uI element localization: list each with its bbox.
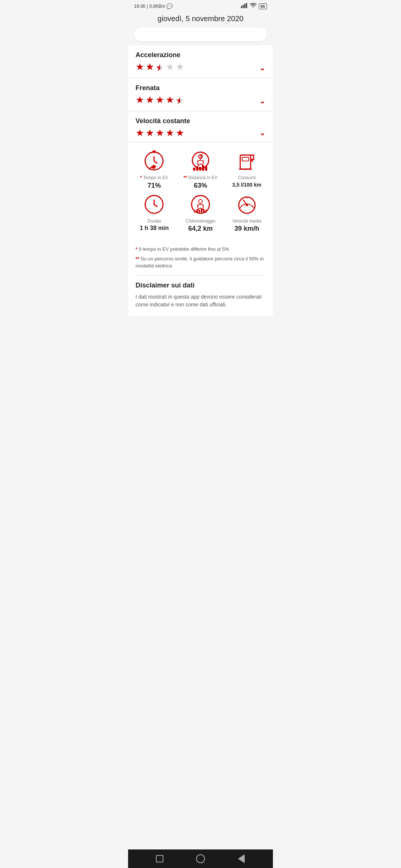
wifi-icon xyxy=(250,3,257,9)
signal-icon xyxy=(241,3,248,9)
star-5: ★ xyxy=(176,62,184,73)
time-display: 19:36 xyxy=(134,4,145,9)
svg-rect-25 xyxy=(205,210,207,213)
star-1: ★ xyxy=(136,95,144,106)
accelerazione-label: Accelerazione xyxy=(136,51,265,59)
status-right: 65 xyxy=(241,3,267,9)
star-4: ★ xyxy=(166,128,174,138)
accelerazione-chevron[interactable]: ⌄ xyxy=(259,63,265,72)
star-1: ★ xyxy=(136,62,144,73)
odometer-icon xyxy=(189,193,212,216)
star-2: ★ xyxy=(146,62,154,73)
whatsapp-icon: 💬 xyxy=(166,3,173,9)
star-4: ★ xyxy=(166,62,174,73)
velocita-costante-stars: ★ ★ ★ ★ ★ xyxy=(136,128,184,138)
velocita-media-value: 39 km/h xyxy=(234,225,259,233)
svg-rect-0 xyxy=(241,6,242,8)
chilometraggio-label: Chilometraggio xyxy=(186,218,216,224)
star-2: ★ xyxy=(146,95,154,106)
stat-durata: Durata 1 h 38 min xyxy=(132,193,177,233)
ev-time-icon xyxy=(143,150,165,172)
star-3: ★ xyxy=(156,128,164,138)
velocita-costante-section: Velocità costante ★ ★ ★ ★ ★ ⌄ xyxy=(128,111,273,142)
star-2: ★ xyxy=(146,128,154,138)
durata-value: 1 h 38 min xyxy=(140,225,169,231)
stat-velocita-media: Velocità media 39 km/h xyxy=(224,193,269,233)
svg-rect-23 xyxy=(201,208,202,213)
frenata-label: Frenata xyxy=(136,84,265,92)
svg-rect-10 xyxy=(199,167,201,171)
frenata-chevron[interactable]: ⌄ xyxy=(259,96,265,105)
stats-row-2: Durata 1 h 38 min C xyxy=(128,193,273,240)
distanza-ev-value: 63% xyxy=(194,182,207,190)
accelerazione-row: ★ ★ ★ ★ ★ ⌄ xyxy=(136,62,265,73)
stats-row-1: * Tempo in EV 71% xyxy=(128,142,273,193)
disclaimer-text: I dati mostrati in questa app devono ess… xyxy=(136,293,265,309)
svg-rect-2 xyxy=(244,4,245,8)
star-3: ★ xyxy=(156,95,164,106)
ev-distance-icon xyxy=(189,150,212,172)
star-5: ★ xyxy=(176,128,184,138)
tempo-ev-value: 71% xyxy=(147,182,161,190)
svg-rect-24 xyxy=(203,209,205,213)
star-3-half: ★ xyxy=(156,62,164,73)
svg-rect-20 xyxy=(194,210,196,213)
chilometraggio-value: 64,2 km xyxy=(188,225,213,233)
consumi-value: 3,5 l/100 km xyxy=(232,182,261,188)
consumi-label: Consumi xyxy=(238,175,255,181)
svg-rect-1 xyxy=(242,5,244,8)
fuel-icon xyxy=(236,150,258,172)
svg-rect-21 xyxy=(196,209,198,213)
disclaimer-title: Disclaimer sui dati xyxy=(136,282,265,289)
accelerazione-stars: ★ ★ ★ ★ ★ xyxy=(136,62,184,73)
note-2: ** Su un percorso simile, il guidatore p… xyxy=(136,256,265,269)
status-left: 19:36 | 0,0KB/s 💬 xyxy=(134,3,173,9)
svg-rect-15 xyxy=(251,159,253,162)
frenata-section: Frenata ★ ★ ★ ★ ★ ⌄ xyxy=(128,78,273,111)
stat-consumi: Consumi 3,5 l/100 km xyxy=(224,150,269,190)
stat-distanza-ev: ** Distanza in EV 63% xyxy=(178,150,223,190)
svg-rect-14 xyxy=(242,157,249,161)
disclaimer-section: Disclaimer sui dati I dati mostrati in q… xyxy=(128,276,273,316)
svg-rect-3 xyxy=(246,3,247,8)
distanza-ev-label: ** Distanza in EV xyxy=(183,175,217,181)
status-bar: 19:36 | 0,0KB/s 💬 65 xyxy=(128,0,273,11)
stat-chilometraggio: Chilometraggio 64,2 km xyxy=(178,193,223,233)
star-4: ★ xyxy=(166,95,174,106)
separator: | xyxy=(147,4,148,9)
tempo-ev-label: * Tempo in EV xyxy=(140,175,168,181)
accelerazione-section: Accelerazione ★ ★ ★ ★ ★ ⌄ xyxy=(128,45,273,78)
velocita-costante-label: Velocità costante xyxy=(136,117,265,125)
velocita-costante-chevron[interactable]: ⌄ xyxy=(259,128,265,137)
note-1: * Il tempo in EV potrebbe differire fino… xyxy=(136,246,265,253)
svg-rect-8 xyxy=(193,168,195,171)
main-content: Accelerazione ★ ★ ★ ★ ★ ⌄ Frenata ★ ★ ★ … xyxy=(128,45,273,316)
svg-rect-11 xyxy=(202,165,204,171)
svg-point-28 xyxy=(246,204,248,206)
svg-rect-12 xyxy=(205,166,207,171)
durata-label: Durata xyxy=(147,218,161,224)
search-bar[interactable] xyxy=(134,27,267,42)
svg-rect-9 xyxy=(196,166,198,171)
frenata-row: ★ ★ ★ ★ ★ ⌄ xyxy=(136,95,265,106)
svg-marker-5 xyxy=(151,165,156,169)
velocita-media-label: Velocità media xyxy=(232,218,261,224)
star-5-half: ★ xyxy=(176,95,184,106)
svg-rect-22 xyxy=(199,210,200,213)
speed-icon xyxy=(236,193,258,216)
stat-tempo-ev: * Tempo in EV 71% xyxy=(132,150,177,190)
page-header: giovedì, 5 novembre 2020 xyxy=(128,11,273,27)
velocita-costante-row: ★ ★ ★ ★ ★ ⌄ xyxy=(136,128,265,138)
battery-icon: 65 xyxy=(259,3,267,9)
notes-section: * Il tempo in EV potrebbe differire fino… xyxy=(128,240,273,269)
svg-point-19 xyxy=(199,200,202,203)
date-display: giovedì, 5 novembre 2020 xyxy=(157,14,243,23)
star-1: ★ xyxy=(136,128,144,138)
network-speed: 0,0KB/s xyxy=(149,4,165,9)
clock-icon xyxy=(143,193,165,216)
frenata-stars: ★ ★ ★ ★ ★ xyxy=(136,95,184,106)
